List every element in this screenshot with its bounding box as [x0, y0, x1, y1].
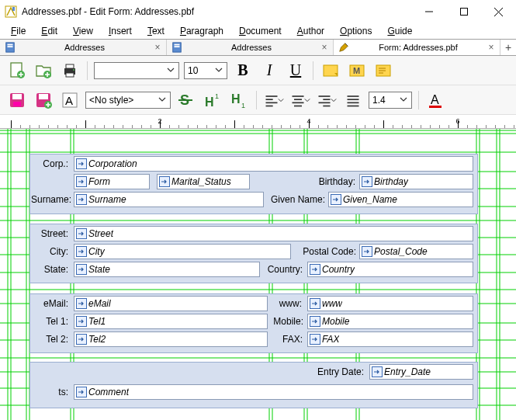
field-tag-icon [76, 316, 87, 327]
tab-label: Form: Addresses.pbf [354, 43, 483, 52]
separator [256, 91, 257, 109]
field-tel1[interactable]: Tel1 [74, 314, 268, 329]
field-tag-icon [362, 176, 372, 187]
label-birthday: Birthday: [310, 176, 355, 187]
menu-file[interactable]: File [5, 24, 32, 38]
form-edit-icon [338, 42, 349, 53]
field-www[interactable]: www [307, 296, 473, 311]
field-tag-icon [76, 387, 87, 397]
field-tag-icon [310, 298, 320, 309]
horizontal-ruler[interactable]: /* ticks drawn below via generated spans… [0, 115, 516, 129]
label-country: Country: [264, 264, 303, 275]
close-tab-icon[interactable]: × [154, 42, 161, 53]
tab-label: Addresses [187, 43, 316, 52]
maximize-button[interactable] [446, 0, 481, 23]
font-size-value: 10 [188, 65, 213, 76]
field-corporation[interactable]: Corporation [74, 156, 473, 172]
underline-button[interactable]: U [285, 60, 306, 82]
line-spacing-combo[interactable]: 1.4 [369, 92, 412, 109]
label-mobile: Mobile: [271, 316, 303, 327]
title-bar: Addresses.pbf - Edit Form: Addresses.pbf [0, 0, 516, 23]
field-postal-code[interactable]: Postal_Code [359, 244, 473, 259]
menu-paragraph[interactable]: Paragraph [174, 24, 230, 38]
save-button[interactable] [6, 89, 28, 111]
align-right-button[interactable] [316, 89, 338, 111]
label-street: Street: [34, 228, 68, 239]
form-canvas[interactable]: Corp.: Corporation Form Marital_Status B… [0, 129, 516, 420]
field-tag-icon [362, 246, 372, 257]
field-state[interactable]: State [74, 262, 260, 277]
toolbar-main: 10 B I U [0, 56, 516, 85]
close-tab-icon[interactable]: × [487, 42, 495, 53]
font-family-combo[interactable] [94, 62, 179, 79]
new-tab-button[interactable]: + [500, 40, 516, 55]
subscript-button[interactable] [228, 89, 250, 111]
tab-label: Addresses [20, 43, 149, 52]
field-email[interactable]: eMail [74, 296, 268, 311]
label-fax: FAX: [278, 334, 303, 345]
field-given-name[interactable]: Given_Name [328, 192, 473, 207]
app-icon [5, 5, 17, 18]
align-center-button[interactable] [289, 89, 311, 111]
open-document-button[interactable] [33, 60, 54, 82]
note-button[interactable] [320, 60, 341, 82]
bold-button[interactable]: B [232, 60, 254, 82]
tab-form-addresses[interactable]: Form: Addresses.pbf × [334, 40, 500, 55]
marker-button[interactable] [346, 60, 368, 82]
menu-edit[interactable]: Edit [35, 24, 64, 38]
field-comment[interactable]: Comment [74, 384, 473, 400]
menu-view[interactable]: View [67, 24, 99, 38]
font-color-button[interactable] [425, 89, 447, 111]
font-dialog-button[interactable] [59, 89, 81, 111]
document-icon [5, 42, 16, 53]
tab-addresses-1[interactable]: Addresses × [0, 40, 167, 55]
field-country[interactable]: Country [307, 262, 473, 277]
menu-options[interactable]: Options [334, 24, 378, 38]
save-as-button[interactable] [33, 89, 54, 111]
font-size-combo[interactable]: 10 [184, 62, 227, 79]
field-tag-icon [76, 264, 87, 275]
align-left-button[interactable] [263, 89, 285, 111]
chevron-down-icon [213, 65, 225, 76]
comment-button[interactable] [372, 60, 394, 82]
field-form[interactable]: Form [74, 174, 150, 189]
superscript-button[interactable] [202, 89, 223, 111]
chevron-down-icon [164, 65, 177, 76]
menu-document[interactable]: Document [233, 24, 288, 38]
field-marital-status[interactable]: Marital_Status [157, 174, 250, 189]
paragraph-style-value: <No style> [89, 95, 156, 106]
field-tag-icon [76, 158, 87, 169]
label-given-name: Given Name: [267, 194, 325, 205]
menu-text[interactable]: Text [141, 24, 171, 38]
paragraph-style-combo[interactable]: <No style> [85, 92, 171, 109]
field-tag-icon [372, 366, 383, 377]
field-entry-date[interactable]: Entry_Date [369, 364, 473, 380]
field-mobile[interactable]: Mobile [307, 314, 473, 329]
field-surname[interactable]: Surname [74, 192, 264, 207]
menu-insert[interactable]: Insert [102, 24, 138, 38]
svg-rect-53 [460, 9, 467, 16]
toolbar-format: <No style> 1.4 [0, 85, 516, 115]
strikethrough-button[interactable] [175, 89, 197, 111]
new-document-button[interactable] [6, 60, 28, 82]
menu-guide[interactable]: Guide [381, 24, 418, 38]
tab-addresses-2[interactable]: Addresses × [167, 40, 334, 55]
label-state: State: [39, 264, 68, 275]
print-button[interactable] [59, 60, 81, 82]
field-tag-icon [76, 228, 87, 239]
menu-author[interactable]: Author [291, 24, 331, 38]
align-justify-button[interactable] [342, 89, 364, 111]
field-tag-icon [76, 246, 87, 257]
field-birthday[interactable]: Birthday [359, 174, 473, 189]
field-street[interactable]: Street [74, 226, 473, 241]
separator [87, 61, 88, 80]
field-fax[interactable]: FAX [307, 331, 473, 347]
field-city[interactable]: City [74, 244, 291, 259]
label-comments: ts: [54, 387, 68, 397]
tab-strip: Addresses × Addresses × Form: Addresses.… [0, 39, 516, 56]
minimize-button[interactable] [411, 0, 446, 23]
italic-button[interactable]: I [258, 60, 280, 82]
close-tab-icon[interactable]: × [320, 42, 328, 53]
field-tel2[interactable]: Tel2 [74, 331, 268, 347]
close-button[interactable] [481, 0, 516, 23]
